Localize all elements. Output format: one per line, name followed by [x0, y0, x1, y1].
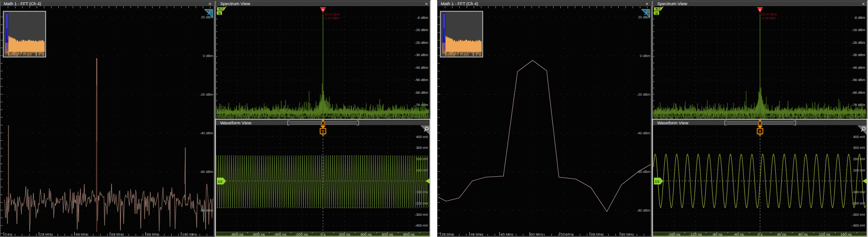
svg-text:N: N [218, 12, 221, 15]
svg-text:-16 dBm: -16 dBm [415, 28, 428, 32]
svg-text:-66 dBm: -66 dBm [415, 90, 428, 95]
svg-text:-6 dBm: -6 dBm [417, 16, 428, 20]
svg-text:-400 mV: -400 mV [852, 223, 865, 228]
svg-text:0 s: 0 s [320, 232, 326, 237]
svg-text:-80 dBm: -80 dBm [637, 208, 650, 212]
svg-text:0 s: 0 s [757, 232, 763, 237]
svg-text:400 mV: 400 mV [853, 135, 865, 139]
svg-text:×: × [425, 1, 428, 7]
svg-text:40 ns: 40 ns [777, 232, 786, 237]
svg-text:C4: C4 [218, 180, 222, 183]
svg-text:-120 ns: -120 ns [689, 232, 702, 237]
svg-text:×: × [862, 1, 865, 7]
svg-text:-400 ns: -400 ns [274, 232, 287, 237]
svg-text:50 MHz: 50 MHz [531, 232, 544, 237]
svg-text:100 MHz: 100 MHz [182, 232, 197, 237]
svg-text:-300 mV: -300 mV [415, 212, 428, 217]
svg-text:-60 dBm: -60 dBm [200, 170, 213, 174]
svg-text:-26 dBm: -26 dBm [415, 41, 428, 45]
svg-text:×: × [208, 1, 211, 7]
svg-text:C4: C4 [220, 8, 224, 10]
svg-text:0 dBm: 0 dBm [640, 54, 650, 58]
svg-text:-36 dBm: -36 dBm [852, 53, 865, 57]
svg-text:200 ns: 200 ns [339, 232, 350, 237]
svg-text:Spectrum View: Spectrum View [220, 1, 250, 6]
svg-text:-26 dBm: -26 dBm [852, 41, 865, 45]
svg-text:-60 dBm: -60 dBm [637, 170, 650, 174]
svg-text:600 ns: 600 ns [382, 232, 393, 237]
svg-text:35 MHz: 35 MHz [441, 232, 454, 237]
svg-text:R: R [759, 8, 761, 11]
svg-text:60 MHz: 60 MHz [111, 232, 124, 237]
svg-text:-600 ns: -600 ns [252, 232, 265, 237]
svg-text:-16 dBm: -16 dBm [852, 28, 865, 32]
svg-text:C4: C4 [657, 8, 661, 10]
svg-text:40 MHz: 40 MHz [470, 232, 484, 237]
svg-text:200 mV: 200 mV [416, 157, 428, 161]
svg-text:-76 dBm: -76 dBm [415, 103, 428, 107]
svg-text:T: T [322, 130, 324, 134]
svg-text:-400 mV: -400 mV [415, 223, 428, 228]
svg-text:-56 dBm: -56 dBm [415, 78, 428, 82]
svg-text:R: R [322, 8, 324, 11]
svg-text:-20 dBm: -20 dBm [637, 92, 650, 97]
svg-text:-200 ns: -200 ns [295, 232, 308, 237]
svg-text:50.00 MHz: 50.00 MHz [324, 13, 340, 16]
svg-text:×: × [645, 1, 648, 7]
svg-text:-76 dBm: -76 dBm [852, 103, 865, 107]
svg-text:0 Hz: 0 Hz [5, 232, 12, 237]
svg-text:-56 dBm: -56 dBm [852, 78, 865, 82]
svg-text:400 mV: 400 mV [416, 135, 428, 139]
svg-text:0 dBm: 0 dBm [203, 54, 213, 58]
svg-text:-300 mV: -300 mV [852, 212, 865, 217]
svg-text:80 MHz: 80 MHz [147, 232, 160, 237]
svg-text:-66 dBm: -66 dBm [852, 90, 865, 95]
svg-text:-36 dBm: -36 dBm [415, 53, 428, 57]
svg-text:Waveform View: Waveform View [657, 120, 688, 125]
svg-text:-46 dBm: -46 dBm [852, 65, 865, 70]
svg-text:Math 1 - FFT (Ch 4): Math 1 - FFT (Ch 4) [441, 1, 478, 6]
svg-text:-200 mV: -200 mV [852, 201, 865, 205]
svg-text:80 ns: 80 ns [798, 232, 808, 237]
svg-text:-40 ns: -40 ns [733, 232, 744, 237]
svg-text:-20 dBm: -20 dBm [200, 92, 213, 97]
svg-text:-2.38 dBm: -2.38 dBm [761, 16, 776, 20]
svg-text:45 MHz: 45 MHz [501, 232, 514, 237]
svg-text:-40 dBm: -40 dBm [200, 131, 213, 135]
svg-text:50.00 MHz: 50.00 MHz [761, 13, 777, 16]
svg-text:-160 ns: -160 ns [668, 232, 680, 237]
svg-text:120 ns: 120 ns [819, 232, 830, 237]
svg-text:300 mV: 300 mV [416, 146, 428, 150]
svg-text:Spectrum View: Spectrum View [657, 1, 687, 6]
svg-text:Waveform View: Waveform View [220, 120, 251, 125]
svg-text:40 MHz: 40 MHz [76, 232, 89, 237]
svg-text:300 mV: 300 mV [853, 146, 865, 150]
svg-text:C4: C4 [655, 180, 659, 183]
svg-text:Math 1 - FFT (Ch 4): Math 1 - FFT (Ch 4) [4, 1, 41, 6]
svg-text:100 mV: 100 mV [853, 168, 865, 172]
svg-text:20 MHz: 20 MHz [40, 232, 53, 237]
svg-text:800 ns: 800 ns [403, 232, 414, 237]
svg-text:-800 ns: -800 ns [231, 232, 243, 237]
svg-text:-46 dBm: -46 dBm [415, 65, 428, 70]
svg-text:200 mV: 200 mV [853, 157, 865, 161]
svg-text:400 ns: 400 ns [360, 232, 372, 237]
svg-text:55 MHz: 55 MHz [561, 232, 574, 237]
svg-text:T: T [759, 130, 761, 134]
svg-text:N: N [655, 12, 658, 15]
svg-text:100 mV: 100 mV [416, 168, 428, 172]
svg-text:-6 dBm: -6 dBm [854, 16, 865, 20]
svg-text:65 MHz: 65 MHz [621, 232, 634, 237]
svg-text:-2.37 dBm: -2.37 dBm [324, 16, 339, 20]
svg-text:60 MHz: 60 MHz [591, 232, 604, 237]
svg-text:160 ns: 160 ns [840, 232, 852, 237]
svg-text:-40 dBm: -40 dBm [637, 131, 650, 135]
svg-text:-80 ns: -80 ns [712, 232, 722, 237]
